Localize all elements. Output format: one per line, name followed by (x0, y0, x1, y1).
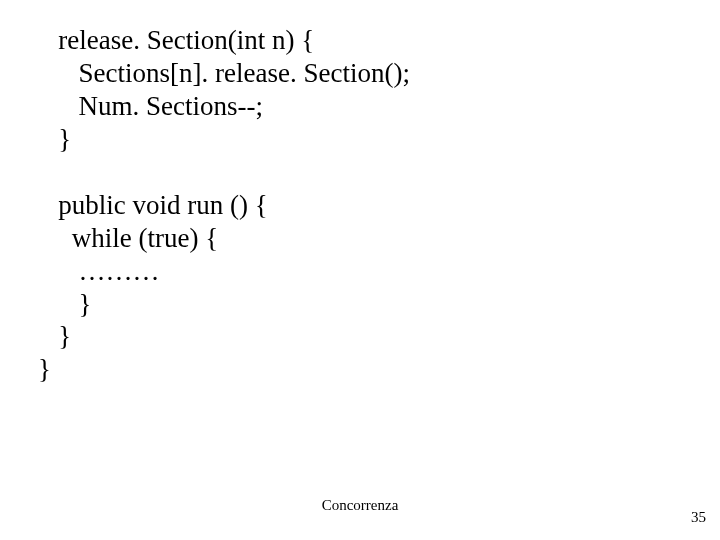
code-line: ……… (38, 256, 160, 286)
code-line: } (38, 354, 51, 384)
code-line: Num. Sections--; (38, 91, 263, 121)
code-block: release. Section(int n) { Sections[n]. r… (38, 24, 410, 386)
page-number: 35 (691, 509, 706, 526)
code-line: } (38, 124, 71, 154)
code-line: } (38, 289, 91, 319)
code-line: Sections[n]. release. Section(); (38, 58, 410, 88)
code-line: } (38, 321, 71, 351)
footer-label: Concorrenza (322, 497, 399, 514)
slide: release. Section(int n) { Sections[n]. r… (0, 0, 720, 540)
code-line: release. Section(int n) { (38, 25, 314, 55)
code-line: public void run () { (38, 190, 268, 220)
code-line: while (true) { (38, 223, 218, 253)
